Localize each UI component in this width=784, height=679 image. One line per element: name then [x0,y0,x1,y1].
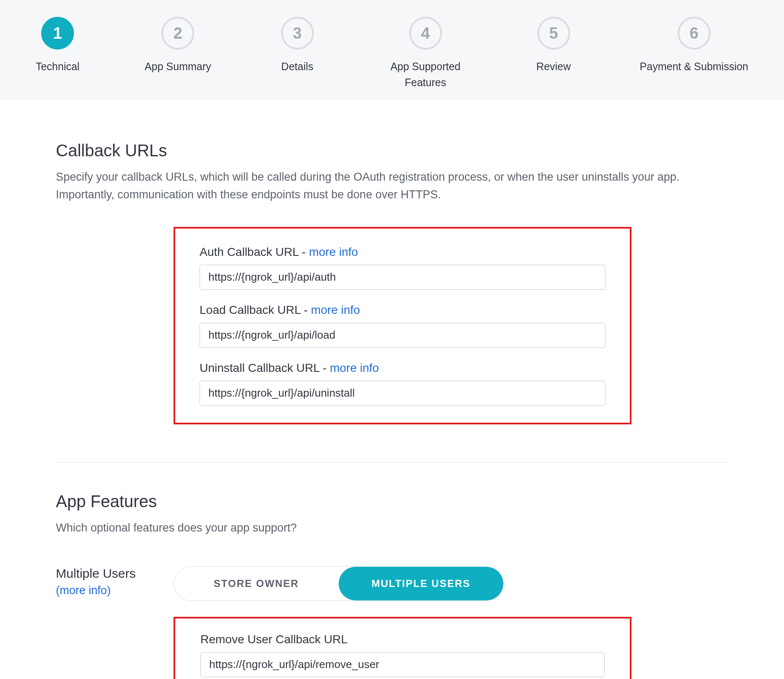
uninstall-callback-input[interactable] [200,381,605,406]
remove-user-highlight-box: Remove User Callback URL [174,617,631,679]
step-label: Technical [36,59,79,75]
remove-user-callback-label: Remove User Callback URL [200,633,605,646]
multiple-users-row: Multiple Users (more info) STORE OWNER M… [56,566,728,601]
step-review[interactable]: 5 Review [533,17,575,90]
step-label: Details [281,59,313,75]
uninstall-callback-label: Uninstall Callback URL - more info [200,361,605,375]
callback-urls-highlight-box: Auth Callback URL - more info Load Callb… [174,227,631,424]
remove-user-callback-input[interactable] [200,652,605,677]
section-divider [56,462,728,463]
app-features-title: App Features [56,492,728,511]
callback-urls-title: Callback URLs [56,141,728,160]
multiple-users-more-info-link[interactable]: (more info) [56,584,111,597]
label-text: Load Callback URL [200,303,300,316]
step-circle: 1 [41,17,74,50]
step-app-summary[interactable]: 2 App Summary [145,17,211,90]
step-circle: 5 [537,17,570,50]
step-label: Payment & Submission [640,59,748,75]
label-sep: - [319,361,330,374]
step-label: App Summary [145,59,211,75]
step-payment-submission[interactable]: 6 Payment & Submission [640,17,748,90]
toggle-multiple-users[interactable]: MULTIPLE USERS [339,567,503,600]
label-text: Auth Callback URL [200,245,299,258]
uninstall-callback-more-info-link[interactable]: more info [330,361,379,374]
step-label: App Supported Features [384,59,468,90]
label-sep: - [300,303,311,316]
step-circle: 3 [281,17,314,50]
stepper: 1 Technical 2 App Summary 3 Details 4 Ap… [0,17,784,90]
app-features-description: Which optional features does your app su… [56,519,728,537]
content: Callback URLs Specify your callback URLs… [22,99,762,679]
step-app-supported-features[interactable]: 4 App Supported Features [384,17,468,90]
auth-callback-label: Auth Callback URL - more info [200,245,605,259]
multiple-users-label-col: Multiple Users (more info) [56,566,174,597]
auth-callback-more-info-link[interactable]: more info [309,245,358,258]
auth-callback-field-group: Auth Callback URL - more info [200,245,605,290]
load-callback-label: Load Callback URL - more info [200,303,605,317]
label-sep: - [299,245,309,258]
step-circle: 2 [161,17,194,50]
stepper-bar: 1 Technical 2 App Summary 3 Details 4 Ap… [0,0,784,99]
multiple-users-toggle: STORE OWNER MULTIPLE USERS [174,566,504,601]
toggle-store-owner[interactable]: STORE OWNER [174,567,339,600]
step-details[interactable]: 3 Details [276,17,318,90]
label-text: Uninstall Callback URL [200,361,319,374]
step-circle: 4 [409,17,442,50]
load-callback-more-info-link[interactable]: more info [311,303,360,316]
auth-callback-input[interactable] [200,265,605,290]
multiple-users-label: Multiple Users [56,566,174,581]
load-callback-input[interactable] [200,323,605,348]
callback-urls-description: Specify your callback URLs, which will b… [56,168,728,204]
step-technical[interactable]: 1 Technical [36,17,79,90]
step-label: Review [537,59,571,75]
step-circle: 6 [678,17,710,50]
uninstall-callback-field-group: Uninstall Callback URL - more info [200,361,605,406]
remove-user-field-group: Remove User Callback URL [200,633,605,677]
load-callback-field-group: Load Callback URL - more info [200,303,605,348]
